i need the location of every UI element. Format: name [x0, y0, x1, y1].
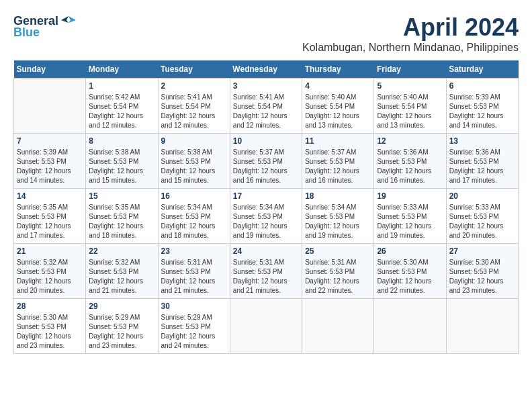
calendar-day-cell: 9Sunrise: 5:38 AMSunset: 5:53 PMDaylight… — [158, 134, 230, 189]
day-number: 19 — [377, 191, 443, 201]
calendar-day-cell: 21Sunrise: 5:32 AMSunset: 5:53 PMDayligh… — [14, 244, 86, 299]
calendar-day-cell: 26Sunrise: 5:30 AMSunset: 5:53 PMDayligh… — [374, 244, 446, 299]
day-info: Sunrise: 5:39 AMSunset: 5:53 PMDaylight:… — [17, 148, 83, 185]
weekday-header-cell: Sunday — [14, 60, 86, 79]
calendar-day-cell: 7Sunrise: 5:39 AMSunset: 5:53 PMDaylight… — [14, 134, 86, 189]
day-number: 12 — [377, 136, 443, 146]
day-info: Sunrise: 5:34 AMSunset: 5:53 PMDaylight:… — [233, 203, 299, 240]
logo: General Blue — [13, 13, 76, 40]
calendar-day-cell: 22Sunrise: 5:32 AMSunset: 5:53 PMDayligh… — [86, 244, 158, 299]
location-subtitle: Kolambugan, Northern Mindanao, Philippin… — [302, 42, 519, 54]
day-number: 11 — [305, 136, 371, 146]
calendar-day-cell: 28Sunrise: 5:30 AMSunset: 5:53 PMDayligh… — [14, 299, 86, 354]
day-info: Sunrise: 5:35 AMSunset: 5:53 PMDaylight:… — [17, 203, 83, 240]
day-info: Sunrise: 5:31 AMSunset: 5:53 PMDaylight:… — [305, 258, 371, 295]
calendar-day-cell: 27Sunrise: 5:30 AMSunset: 5:53 PMDayligh… — [446, 244, 518, 299]
weekday-header-cell: Friday — [374, 60, 446, 79]
day-number: 10 — [233, 136, 299, 146]
calendar-body: 1Sunrise: 5:42 AMSunset: 5:54 PMDaylight… — [14, 79, 519, 354]
day-info: Sunrise: 5:41 AMSunset: 5:54 PMDaylight:… — [233, 93, 299, 130]
day-info: Sunrise: 5:42 AMSunset: 5:54 PMDaylight:… — [89, 93, 154, 130]
calendar-day-cell — [14, 79, 86, 134]
page-header: General Blue April 2024 Kolambugan, Nort… — [13, 13, 519, 54]
day-number: 18 — [305, 191, 371, 201]
day-number: 14 — [17, 191, 83, 201]
day-info: Sunrise: 5:31 AMSunset: 5:53 PMDaylight:… — [233, 258, 299, 295]
day-info: Sunrise: 5:30 AMSunset: 5:53 PMDaylight:… — [377, 258, 443, 295]
calendar-day-cell: 15Sunrise: 5:35 AMSunset: 5:53 PMDayligh… — [86, 189, 158, 244]
day-number: 5 — [377, 81, 443, 91]
calendar-day-cell: 23Sunrise: 5:31 AMSunset: 5:53 PMDayligh… — [158, 244, 230, 299]
day-number: 3 — [233, 81, 299, 91]
calendar-day-cell — [230, 299, 302, 354]
day-info: Sunrise: 5:38 AMSunset: 5:53 PMDaylight:… — [161, 148, 227, 185]
day-number: 29 — [89, 302, 154, 311]
day-info: Sunrise: 5:40 AMSunset: 5:54 PMDaylight:… — [305, 93, 371, 130]
logo-blue: Blue — [13, 26, 40, 40]
calendar-day-cell: 14Sunrise: 5:35 AMSunset: 5:53 PMDayligh… — [14, 189, 86, 244]
calendar-day-cell: 10Sunrise: 5:37 AMSunset: 5:53 PMDayligh… — [230, 134, 302, 189]
day-number: 9 — [161, 136, 227, 146]
day-info: Sunrise: 5:36 AMSunset: 5:53 PMDaylight:… — [449, 148, 515, 185]
calendar-day-cell: 6Sunrise: 5:39 AMSunset: 5:53 PMDaylight… — [446, 79, 518, 134]
calendar-day-cell: 25Sunrise: 5:31 AMSunset: 5:53 PMDayligh… — [302, 244, 374, 299]
calendar-day-cell: 30Sunrise: 5:29 AMSunset: 5:53 PMDayligh… — [158, 299, 230, 354]
calendar-day-cell: 3Sunrise: 5:41 AMSunset: 5:54 PMDaylight… — [230, 79, 302, 134]
calendar-day-cell: 24Sunrise: 5:31 AMSunset: 5:53 PMDayligh… — [230, 244, 302, 299]
calendar-week-row: 14Sunrise: 5:35 AMSunset: 5:53 PMDayligh… — [14, 189, 519, 244]
day-number: 4 — [305, 81, 371, 91]
calendar-day-cell: 1Sunrise: 5:42 AMSunset: 5:54 PMDaylight… — [86, 79, 158, 134]
calendar-day-cell: 20Sunrise: 5:33 AMSunset: 5:53 PMDayligh… — [446, 189, 518, 244]
calendar-week-row: 7Sunrise: 5:39 AMSunset: 5:53 PMDaylight… — [14, 134, 519, 189]
calendar-day-cell: 16Sunrise: 5:34 AMSunset: 5:53 PMDayligh… — [158, 189, 230, 244]
calendar-day-cell — [302, 299, 374, 354]
day-info: Sunrise: 5:38 AMSunset: 5:53 PMDaylight:… — [89, 148, 154, 185]
calendar-day-cell: 18Sunrise: 5:34 AMSunset: 5:53 PMDayligh… — [302, 189, 374, 244]
svg-marker-1 — [61, 16, 69, 23]
day-number: 15 — [89, 191, 154, 201]
calendar-week-row: 28Sunrise: 5:30 AMSunset: 5:53 PMDayligh… — [14, 299, 519, 354]
day-info: Sunrise: 5:41 AMSunset: 5:54 PMDaylight:… — [161, 93, 227, 130]
weekday-header-cell: Tuesday — [158, 60, 230, 79]
calendar-day-cell: 2Sunrise: 5:41 AMSunset: 5:54 PMDaylight… — [158, 79, 230, 134]
day-info: Sunrise: 5:34 AMSunset: 5:53 PMDaylight:… — [161, 203, 227, 240]
calendar-day-cell: 12Sunrise: 5:36 AMSunset: 5:53 PMDayligh… — [374, 134, 446, 189]
day-info: Sunrise: 5:37 AMSunset: 5:53 PMDaylight:… — [233, 148, 299, 185]
day-number: 26 — [377, 246, 443, 256]
weekday-header-cell: Monday — [86, 60, 158, 79]
calendar-week-row: 21Sunrise: 5:32 AMSunset: 5:53 PMDayligh… — [14, 244, 519, 299]
day-info: Sunrise: 5:33 AMSunset: 5:53 PMDaylight:… — [449, 203, 515, 240]
calendar-table: SundayMondayTuesdayWednesdayThursdayFrid… — [13, 60, 519, 354]
calendar-week-row: 1Sunrise: 5:42 AMSunset: 5:54 PMDaylight… — [14, 79, 519, 134]
day-number: 6 — [449, 81, 515, 91]
day-number: 7 — [17, 136, 83, 146]
day-number: 28 — [17, 302, 83, 311]
weekday-header-cell: Saturday — [446, 60, 518, 79]
weekday-header-row: SundayMondayTuesdayWednesdayThursdayFrid… — [14, 60, 519, 79]
calendar-day-cell: 29Sunrise: 5:29 AMSunset: 5:53 PMDayligh… — [86, 299, 158, 354]
calendar-day-cell — [374, 299, 446, 354]
day-info: Sunrise: 5:32 AMSunset: 5:53 PMDaylight:… — [89, 258, 154, 295]
calendar-day-cell: 19Sunrise: 5:33 AMSunset: 5:53 PMDayligh… — [374, 189, 446, 244]
day-info: Sunrise: 5:30 AMSunset: 5:53 PMDaylight:… — [17, 313, 83, 351]
logo-bird-icon — [61, 13, 76, 28]
calendar-day-cell: 11Sunrise: 5:37 AMSunset: 5:53 PMDayligh… — [302, 134, 374, 189]
day-info: Sunrise: 5:30 AMSunset: 5:53 PMDaylight:… — [449, 258, 515, 295]
weekday-header-cell: Wednesday — [230, 60, 302, 79]
day-info: Sunrise: 5:35 AMSunset: 5:53 PMDaylight:… — [89, 203, 154, 240]
day-info: Sunrise: 5:34 AMSunset: 5:53 PMDaylight:… — [305, 203, 371, 240]
day-number: 27 — [449, 246, 515, 256]
day-info: Sunrise: 5:33 AMSunset: 5:53 PMDaylight:… — [377, 203, 443, 240]
day-number: 21 — [17, 246, 83, 256]
day-number: 23 — [161, 246, 227, 256]
day-info: Sunrise: 5:29 AMSunset: 5:53 PMDaylight:… — [89, 313, 154, 351]
calendar-day-cell: 8Sunrise: 5:38 AMSunset: 5:53 PMDaylight… — [86, 134, 158, 189]
day-info: Sunrise: 5:32 AMSunset: 5:53 PMDaylight:… — [17, 258, 83, 295]
day-number: 2 — [161, 81, 227, 91]
svg-marker-0 — [69, 16, 76, 23]
title-area: April 2024 Kolambugan, Northern Mindanao… — [302, 13, 519, 54]
calendar-day-cell: 4Sunrise: 5:40 AMSunset: 5:54 PMDaylight… — [302, 79, 374, 134]
day-info: Sunrise: 5:31 AMSunset: 5:53 PMDaylight:… — [161, 258, 227, 295]
weekday-header-cell: Thursday — [302, 60, 374, 79]
calendar-day-cell: 5Sunrise: 5:40 AMSunset: 5:54 PMDaylight… — [374, 79, 446, 134]
